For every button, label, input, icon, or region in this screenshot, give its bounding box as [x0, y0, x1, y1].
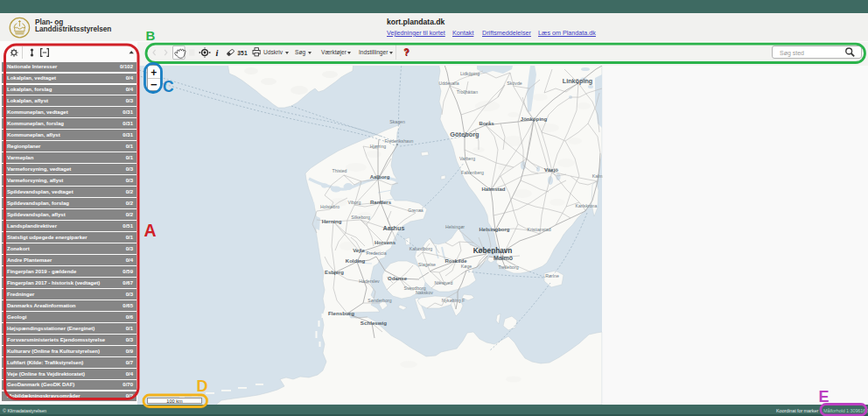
svg-text:A: A [144, 221, 157, 240]
svg-text:B: B [146, 28, 156, 43]
svg-text:D: D [197, 377, 208, 395]
svg-text:C: C [163, 78, 174, 95]
svg-text:E: E [819, 388, 830, 405]
